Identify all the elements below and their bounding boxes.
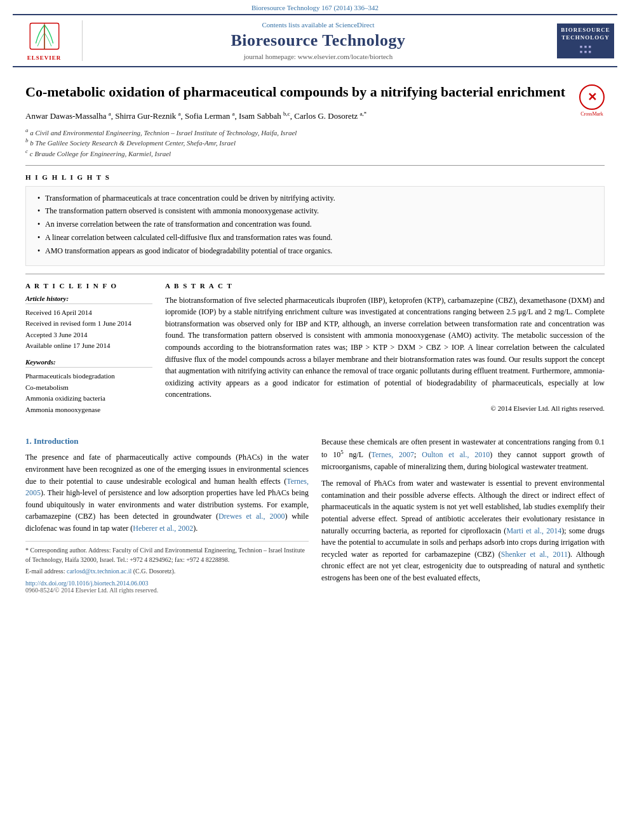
email-label: E-mail address: (25, 568, 67, 575)
body-left-column: 1. Introduction The presence and fate of… (25, 436, 309, 593)
ref-heberer-2002[interactable]: Heberer et al., 2002 (133, 524, 193, 533)
intro-section-title: 1. Introduction (25, 436, 309, 446)
content-area: ✕ CrossMark Co-metabolic oxidation of ph… (0, 67, 630, 425)
author-shirra: Shirra Gur-Reznik a, (115, 111, 185, 121)
journal-logo-right: BIORESOURCETECHNOLOGY ■ ■ ■■ ■ ■ (554, 20, 617, 61)
sciencedirect-link: Contents lists available at ScienceDirec… (262, 21, 374, 29)
journal-homepage: journal homepage: www.elsevier.com/locat… (244, 53, 392, 60)
doi-link[interactable]: http://dx.doi.org/10.1016/j.biortech.201… (25, 580, 309, 587)
author-sofia: Sofia Lerman a, (185, 111, 239, 121)
journal-logo-box: BIORESOURCETECHNOLOGY ■ ■ ■■ ■ ■ (557, 23, 614, 58)
ref-oulton-2010[interactable]: Oulton et al., 2010 (422, 450, 490, 459)
issn-text: 0960-8524/© 2014 Elsevier Ltd. All right… (25, 587, 309, 594)
available-date: Available online 17 June 2014 (25, 340, 152, 352)
footnote-email: E-mail address: carlosd@tx.technion.ac.i… (25, 566, 309, 576)
divider-1 (25, 165, 605, 166)
journal-title: Bioresource Technology (231, 31, 405, 50)
divider-2 (25, 274, 605, 274)
footnote-corresponding: * Corresponding author. Address: Faculty… (25, 545, 309, 564)
journal-reference: Bioresource Technology 167 (2014) 336–34… (0, 0, 630, 14)
logo-decoration: ■ ■ ■■ ■ ■ (580, 44, 592, 55)
keywords-section: Keywords: Pharmaceuticals biodegradation… (25, 358, 152, 415)
sciencedirect-label: Contents lists available at (262, 21, 335, 29)
ref-drewes-2000[interactable]: Drewes et al., 2000 (218, 512, 285, 521)
affiliation-a: a a Civil and Environmental Engineering,… (25, 127, 605, 137)
accepted-date: Accepted 3 June 2014 (25, 330, 152, 341)
highlight-4: A linear correlation between calculated … (35, 232, 595, 243)
ref-ternes-2007[interactable]: Ternes, 2007 (371, 450, 414, 459)
elsevier-logo-svg (25, 20, 64, 52)
email-name: (C.G. Dosoretz). (133, 568, 176, 575)
author-isam: Isam Sabbah b,c, (239, 111, 294, 121)
abstract-title: A B S T R A C T (165, 282, 605, 290)
abstract-column: A B S T R A C T The biotransformation of… (165, 282, 605, 416)
crossmark-badge: ✕ CrossMark (579, 84, 605, 117)
author-carlos: Carlos G. Dosoretz a,* (294, 111, 366, 121)
ref-marti-2014[interactable]: Marti et al., 2014 (506, 526, 561, 535)
keyword-3: Ammonia oxidizing bacteria (25, 393, 152, 404)
highlight-3: An inverse correlation between the rate … (35, 219, 595, 230)
received-date: Received 16 April 2014 (25, 307, 152, 319)
intro-paragraph-2: Because these chemicals are often presen… (321, 436, 605, 472)
crossmark-circle: ✕ (579, 84, 605, 110)
journal-center: Contents lists available at ScienceDirec… (89, 20, 547, 61)
ref-shenker-2011[interactable]: Shenker et al., 2011 (501, 550, 568, 559)
info-abstract-section: A R T I C L E I N F O Article history: R… (25, 282, 605, 416)
authors-line: Anwar Dawas-Massalha a, Shirra Gur-Rezni… (25, 109, 605, 123)
sciencedirect-text[interactable]: ScienceDirect (335, 21, 375, 29)
author-anwar: Anwar Dawas-Massalha a, (25, 111, 115, 121)
abstract-text: The biotransformation of five selected p… (165, 295, 605, 401)
keyword-4: Ammonia monooxygenase (25, 404, 152, 416)
journal-header: ELSEVIER Contents lists available at Sci… (13, 14, 617, 67)
footnote-area: * Corresponding author. Address: Faculty… (25, 541, 309, 576)
highlight-5: AMO transformation appears as good indic… (35, 246, 595, 257)
keywords-title: Keywords: (25, 358, 152, 368)
highlights-box: Transformation of pharmaceuticals at tra… (25, 186, 605, 266)
highlight-1: Transformation of pharmaceuticals at tra… (35, 193, 595, 204)
affiliation-b: b b The Galilee Society Research & Devel… (25, 137, 605, 147)
article-history-title: Article history: (25, 295, 152, 304)
body-right-column: Because these chemicals are often presen… (321, 436, 605, 593)
keyword-1: Pharmaceuticals biodegradation (25, 371, 152, 382)
elsevier-label: ELSEVIER (27, 55, 62, 61)
copyright-text: © 2014 Elsevier Ltd. All rights reserved… (165, 404, 605, 412)
affiliation-c: c c Braude College for Engineering, Karm… (25, 148, 605, 157)
article-info-title: A R T I C L E I N F O (25, 282, 152, 290)
logo-text: BIORESOURCETECHNOLOGY (561, 27, 610, 41)
main-body: 1. Introduction The presence and fate of… (0, 436, 630, 593)
keyword-2: Co-metabolism (25, 382, 152, 394)
article-title-container: ✕ CrossMark Co-metabolic oxidation of ph… (25, 83, 605, 102)
highlights-section: H I G H L I G H T S Transformation of ph… (25, 173, 605, 266)
article-title: Co-metabolic oxidation of pharmaceutical… (25, 83, 605, 102)
article-info-column: A R T I C L E I N F O Article history: R… (25, 282, 152, 416)
highlight-2: The transformation pattern observed is c… (35, 206, 595, 217)
intro-paragraph-3: The removal of PhACs from water and wast… (321, 477, 605, 583)
article-dates: Received 16 April 2014 Received in revis… (25, 307, 152, 352)
ref-ternes-2005[interactable]: Ternes, 2005 (25, 477, 309, 498)
elsevier-logo: ELSEVIER (13, 20, 83, 61)
crossmark-label: CrossMark (579, 111, 605, 117)
revised-date: Received in revised form 1 June 2014 (25, 318, 152, 330)
intro-paragraph-1: The presence and fate of pharmaceuticall… (25, 451, 309, 534)
highlights-title: H I G H L I G H T S (25, 173, 605, 181)
email-link[interactable]: carlosd@tx.technion.ac.il (67, 568, 131, 575)
